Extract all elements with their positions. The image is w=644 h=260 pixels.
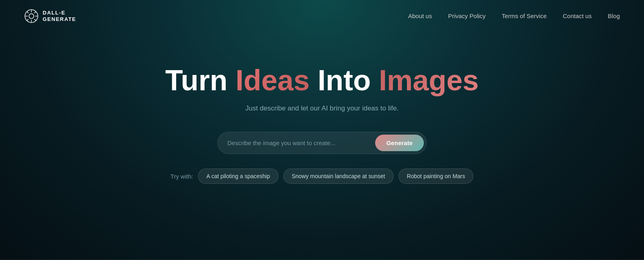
nav-item-contact[interactable]: Contact us [563,12,592,20]
nav-link-blog[interactable]: Blog [608,12,620,19]
generate-button[interactable]: Generate [375,135,424,151]
nav-link-contact[interactable]: Contact us [563,12,592,19]
search-container: Generate [217,132,427,154]
nav-link-privacy[interactable]: Privacy Policy [448,12,485,19]
nav-links: About us Privacy Policy Terms of Service… [408,12,620,20]
search-input[interactable] [227,139,375,146]
hero-title-mid: Into [310,64,379,96]
hero-title-ideas: Ideas [235,64,310,96]
try-with-label: Try with: [171,173,193,180]
hero-title-pre: Turn [165,64,236,96]
nav-link-terms[interactable]: Terms of Service [502,12,547,19]
logo-text: DALL-E GENERATE [43,10,76,22]
nav-item-blog[interactable]: Blog [608,12,620,20]
suggestion-mountain[interactable]: Snowy mountain landscape at sunset [283,168,394,184]
nav-item-privacy[interactable]: Privacy Policy [448,12,485,20]
hero-title-images: Images [379,64,479,96]
try-with-container: Try with: A cat piloting a spaceship Sno… [171,168,474,184]
suggestion-cat[interactable]: A cat piloting a spaceship [198,168,279,184]
hero-title: Turn Ideas Into Images [165,64,479,96]
nav-item-about[interactable]: About us [408,12,432,20]
logo-link[interactable]: DALL-E GENERATE [24,9,76,23]
nav-link-about[interactable]: About us [408,12,432,19]
nav-item-terms[interactable]: Terms of Service [502,12,547,20]
navbar: DALL-E GENERATE About us Privacy Policy … [0,0,644,32]
gear-icon [24,9,39,23]
suggestion-robot[interactable]: Robot painting on Mars [398,168,474,184]
hero-subtitle: Just describe and let our AI bring your … [246,104,399,112]
hero-section: Turn Ideas Into Images Just describe and… [0,32,644,184]
